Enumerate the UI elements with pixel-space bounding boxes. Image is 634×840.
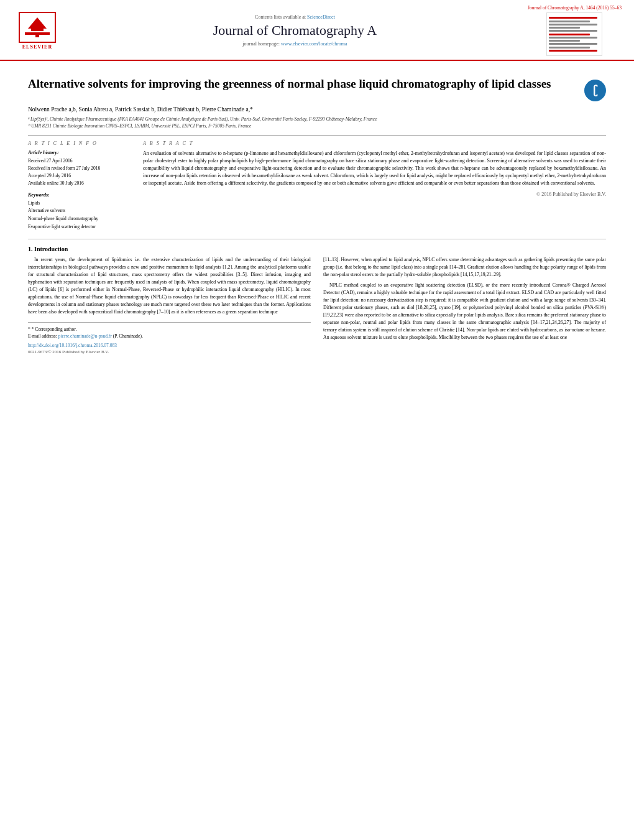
thumb-line-6 [549, 34, 590, 35]
intro-heading: 1. Introduction [28, 246, 606, 252]
keyword-2: Alternative solvents [28, 207, 131, 215]
keywords-heading: Keywords: [28, 192, 131, 198]
page: ELSEVIER Contents lists available at Sci… [0, 0, 634, 840]
keyword-1: Lipids [28, 200, 131, 208]
revised-date: Received in revised form 27 July 2016 [28, 165, 131, 172]
email-link[interactable]: pierre.chaminade@u-psud.fr [58, 333, 112, 339]
footnote-section: * * Corresponding author. E-mail address… [28, 322, 311, 354]
journal-thumbnail [546, 12, 602, 56]
intro-two-col: In recent years, the development of lipi… [28, 256, 606, 354]
keyword-3: Normal-phase liquid chromatography [28, 215, 131, 223]
abstract-text: An evaluation of solvents alternative to… [143, 150, 606, 198]
corresponding-author-note: * * Corresponding author. [28, 326, 311, 333]
thumb-line-4 [549, 27, 579, 29]
svg-text:ʗ: ʗ [593, 84, 598, 96]
issn-line: 0021-9673/© 2016 Published by Elsevier B… [28, 349, 311, 354]
authors-line: Nolwenn Prache a,b, Sonia Abreu a, Patri… [28, 106, 606, 113]
thumb-line-7 [549, 37, 597, 39]
article-history-group: Article history: Received 27 April 2016 … [28, 150, 131, 187]
article-history-heading: Article history: [28, 150, 131, 155]
doi-link[interactable]: http://dx.doi.org/10.1016/j.chroma.2016.… [28, 343, 117, 348]
intro-p2: [11–13]. However, when applied to lipid … [323, 256, 606, 279]
main-content: Alternative solvents for improving the g… [0, 61, 634, 361]
affiliations: ª Lip(Sys)², Chimie Analytique Pharmaceu… [28, 116, 606, 130]
intro-col-right: [11–13]. However, when applied to lipid … [323, 256, 606, 354]
thumb-line-8 [549, 40, 579, 42]
header-center: Contents lists available at ScienceDirec… [62, 14, 528, 47]
thumb-line-3 [549, 24, 597, 25]
affiliation-a: ª Lip(Sys)², Chimie Analytique Pharmaceu… [28, 116, 606, 122]
journal-badge-area: Journal of Chromatography A, 1464 (2016)… [528, 5, 622, 56]
article-info-label: A R T I C L E I N F O [28, 141, 131, 146]
affiliation-b: ᵇ UMR 8231 Chimie Biologie Innovation CN… [28, 122, 606, 129]
thumb-line-5 [549, 30, 597, 32]
email-note: E-mail address: pierre.chaminade@u-psud.… [28, 333, 311, 339]
article-info-column: A R T I C L E I N F O Article history: R… [28, 141, 131, 231]
intro-p3: NPLC method coupled to an evaporative li… [323, 282, 606, 342]
thumb-line-10 [549, 47, 590, 48]
article-title-section: Alternative solvents for improving the g… [28, 67, 606, 106]
crossmark-circle: ʗ [584, 80, 606, 101]
accepted-date: Accepted 29 July 2016 [28, 172, 131, 180]
intro-section: 1. Introduction In recent years, the dev… [28, 239, 606, 354]
abstract-column: A B S T R A C T An evaluation of solvent… [143, 141, 606, 231]
copyright-line: © 2016 Published by Elsevier B.V. [143, 191, 606, 198]
elsevier-logo-box [19, 12, 56, 43]
abstract-label: A B S T R A C T [143, 141, 606, 146]
elsevier-tree-icon [22, 15, 53, 40]
thumb-line-11 [549, 50, 597, 52]
abstract-paragraph: An evaluation of solvents alternative to… [143, 150, 606, 187]
journal-header: ELSEVIER Contents lists available at Sci… [0, 0, 634, 61]
intro-p1: In recent years, the development of lipi… [28, 256, 311, 316]
section-divider-1 [28, 135, 606, 136]
intro-text-right: [11–13]. However, when applied to lipid … [323, 256, 606, 342]
article-main-title: Alternative solvents for improving the g… [28, 76, 584, 92]
doi-line: http://dx.doi.org/10.1016/j.chroma.2016.… [28, 343, 311, 348]
elsevier-logo: ELSEVIER [12, 12, 62, 50]
crossmark-icon: ʗ [584, 80, 606, 101]
thumb-lines [547, 13, 602, 55]
available-date: Available online 30 July 2016 [28, 180, 131, 187]
journal-issue-badge: Journal of Chromatography A, 1464 (2016)… [528, 5, 622, 11]
thumb-line-2 [549, 21, 590, 22]
svg-marker-2 [28, 17, 47, 29]
thumb-line-9 [549, 43, 597, 45]
article-info-abstract: A R T I C L E I N F O Article history: R… [28, 141, 606, 231]
journal-homepage: journal homepage: www.elsevier.com/locat… [75, 41, 515, 47]
received-date: Received 27 April 2016 [28, 157, 131, 165]
keyword-4: Evaporative light scattering detector [28, 223, 131, 231]
thumb-line-1 [549, 17, 597, 19]
svg-rect-3 [35, 32, 39, 37]
contents-line: Contents lists available at ScienceDirec… [75, 14, 515, 20]
journal-title-header: Journal of Chromatography A [75, 22, 515, 39]
intro-text-left: In recent years, the development of lipi… [28, 256, 311, 316]
svg-rect-1 [31, 29, 44, 31]
keywords-section: Keywords: Lipids Alternative solvents No… [28, 192, 131, 231]
intro-col-left: In recent years, the development of lipi… [28, 256, 311, 354]
journal-url[interactable]: www.elsevier.com/locate/chroma [281, 41, 347, 47]
sciencedirect-link[interactable]: ScienceDirect [307, 14, 335, 20]
crossmark-logo: ʗ [584, 80, 606, 101]
elsevier-text: ELSEVIER [22, 44, 52, 50]
